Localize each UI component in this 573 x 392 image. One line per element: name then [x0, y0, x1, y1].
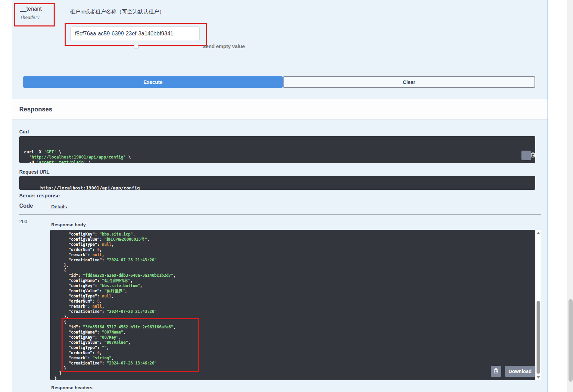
- curl-codeblock: curl -X 'GET' \ 'http://localhost:19001/…: [19, 136, 535, 163]
- operation-section: __tenant (header) 租户id或者租户名称（可空为默认租户） Se…: [12, 0, 548, 392]
- send-empty-checkbox[interactable]: [134, 44, 139, 48]
- copy-curl-button[interactable]: [521, 151, 531, 160]
- param-name: __tenant: [20, 6, 42, 12]
- response-body-scrollbar[interactable]: [535, 230, 541, 380]
- response-body-scroll-thumb[interactable]: [537, 301, 540, 374]
- copy-response-button[interactable]: [491, 366, 501, 377]
- param-description: 租户id或者租户名称（可空为默认租户）: [70, 8, 165, 15]
- request-url-label: Request URL: [19, 169, 49, 175]
- status-code: 200: [19, 219, 27, 224]
- param-location: (header): [20, 15, 42, 20]
- response-body-container: "configKey": "bbs.site.icp", "configValu…: [50, 230, 541, 380]
- code-column-header: Code: [19, 203, 33, 209]
- send-empty-label: Send empty value: [202, 44, 245, 49]
- curl-label: Curl: [19, 129, 29, 134]
- copy-icon: [493, 368, 499, 375]
- table-divider: [19, 214, 541, 215]
- clear-button[interactable]: Clear: [283, 76, 535, 88]
- server-response-label: Server response: [19, 193, 60, 198]
- responses-title: Responses: [19, 106, 52, 113]
- execute-button[interactable]: Execute: [23, 76, 283, 88]
- download-button[interactable]: Download: [505, 366, 535, 377]
- tenant-value-input[interactable]: [70, 26, 200, 41]
- swagger-page: __tenant (header) 租户id或者租户名称（可空为默认租户） Se…: [0, 0, 573, 392]
- details-column-header: Details: [51, 204, 67, 209]
- response-body-json: "configKey": "bbs.site.icp", "configValu…: [50, 230, 535, 380]
- scroll-down-arrow-icon[interactable]: [537, 376, 540, 379]
- curl-command: curl -X 'GET' \ 'http://localhost:19001/…: [24, 150, 530, 163]
- page-scroll-thumb[interactable]: [569, 299, 573, 382]
- response-headers-label: Response headers: [51, 385, 92, 390]
- copy-icon: [517, 147, 535, 163]
- request-url-value: http://localhost:19001/api/app/config: [40, 185, 140, 190]
- responses-header-band: Responses: [12, 99, 548, 120]
- page-scrollbar[interactable]: [568, 0, 573, 392]
- response-body-label: Response body: [51, 222, 86, 227]
- request-url-block: http://localhost:19001/api/app/config: [19, 176, 535, 190]
- scroll-up-arrow-icon[interactable]: [537, 232, 540, 234]
